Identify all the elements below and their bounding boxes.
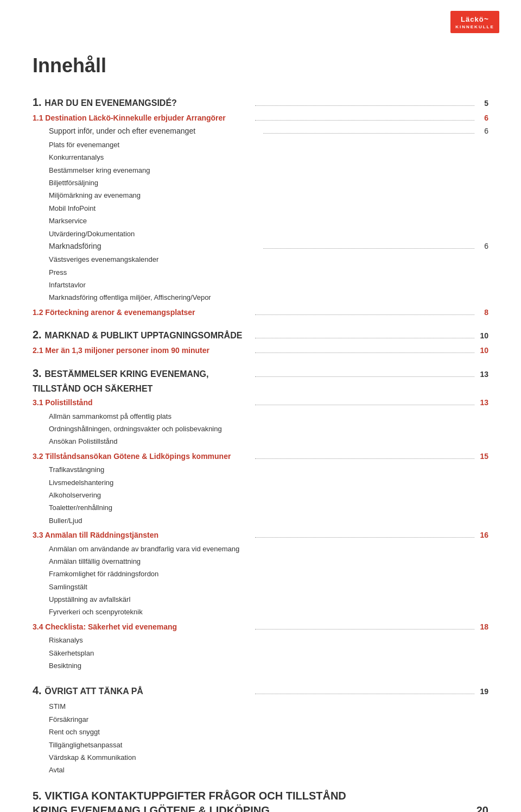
list-item: Försäkringar bbox=[49, 713, 488, 726]
toc-container: 1. HAR DU EN EVENEMANGSIDÉ? 5 1.1 Destin… bbox=[33, 93, 488, 812]
toc-section-1-1: 1.1 Destination Läckö-Kinnekulle erbjude… bbox=[33, 112, 488, 124]
toc-section-2: 2. MARKNAD & PUBLIKT UPPTAGNINGSOMRÅDE 1… bbox=[33, 326, 488, 343]
list-item: Värdskap & Kommunikation bbox=[49, 751, 488, 764]
list-item: Säkerhetsplan bbox=[49, 647, 488, 659]
toc-sub-list-3-2: Trafikavstängning Livsmedelshantering Al… bbox=[49, 463, 488, 527]
list-item: STIM bbox=[49, 700, 488, 713]
page-title: Innehåll bbox=[33, 54, 488, 77]
list-item: Plats för evenemanget bbox=[49, 139, 488, 151]
toc-marknadsforing: Marknadsföring 6 bbox=[49, 240, 488, 252]
toc-section-3-3: 3.3 Anmälan till Räddningstjänsten 16 bbox=[33, 529, 488, 541]
list-item: Toaletter/renhållning bbox=[49, 501, 488, 514]
toc-section-1-2: 1.2 Förteckning arenor & evenemangsplats… bbox=[33, 306, 488, 318]
list-item: Tillgänglighetsanpassat bbox=[49, 739, 488, 751]
list-item: Utvärdering/Dokumentation bbox=[49, 228, 488, 240]
list-item: Ansökan Polistillstånd bbox=[49, 435, 488, 448]
list-item: Marknadsföring offentliga miljöer, Affis… bbox=[49, 291, 488, 304]
list-item: Alkoholservering bbox=[49, 489, 488, 501]
section-5-page: 20 bbox=[476, 803, 488, 812]
toc-sub-list-2: Västsveriges evenemangskalender Press In… bbox=[49, 253, 488, 304]
list-item: Anmälan om användande av brandfarlig var… bbox=[49, 543, 488, 555]
toc-section-4: 4. ÖVRIGT ATT TÄNKA PÅ 19 bbox=[33, 682, 488, 699]
list-item: Riskanalys bbox=[49, 634, 488, 646]
toc-section-5: 5. VIKTIGA KONTAKTUPPGIFTER FRÅGOR OCH T… bbox=[33, 789, 488, 812]
logo-top: Läckö~ bbox=[455, 14, 495, 24]
toc-support: Support inför, under och efter evenemang… bbox=[49, 125, 488, 137]
toc-section-3-1: 3.1 Polistillstånd 13 bbox=[33, 396, 488, 408]
list-item: Bestämmelser kring evenemang bbox=[49, 164, 488, 177]
toc-section-3-2: 3.2 Tillståndsansökan Götene & Lidköping… bbox=[33, 450, 488, 462]
logo-area: Läckö~ KINNEKULLE bbox=[450, 11, 499, 38]
list-item: Trafikavstängning bbox=[49, 463, 488, 476]
list-item: Infartstavlor bbox=[49, 279, 488, 291]
list-item: Rent och snyggt bbox=[49, 726, 488, 738]
list-item: Markservice bbox=[49, 215, 488, 227]
toc-sub-list-3-1: Allmän sammankomst på offentlig plats Or… bbox=[49, 410, 488, 448]
toc-sub-list-3-3: Anmälan om användande av brandfarlig var… bbox=[49, 543, 488, 619]
toc-section-1: 1. HAR DU EN EVENEMANGSIDÉ? 5 bbox=[33, 93, 488, 111]
list-item: Avtal bbox=[49, 764, 488, 776]
toc-section-3-4: 3.4 Checklista: Säkerhet vid evenemang 1… bbox=[33, 621, 488, 633]
list-item: Anmälan tillfällig övernattning bbox=[49, 555, 488, 568]
list-item: Livsmedelshantering bbox=[49, 476, 488, 489]
list-item: Press bbox=[49, 266, 488, 279]
list-item: Fyrverkeri och scenpyroteknik bbox=[49, 606, 488, 618]
section-5-number: 5. bbox=[33, 790, 45, 802]
list-item: Samlingstält bbox=[49, 581, 488, 593]
list-item: Ordningshållningen, ordningsvakter och p… bbox=[49, 423, 488, 435]
section-5-label-line2: KRING EVENEMANG I GÖTENE & LIDKÖPING bbox=[33, 803, 270, 812]
toc-sub-list-1: Plats för evenemanget Konkurrentanalys B… bbox=[49, 139, 488, 240]
toc-section-3: 3. BESTÄMMELSER KRING EVENEMANG, TILLSTÅ… bbox=[33, 364, 488, 396]
list-item: Allmän sammankomst på offentlig plats bbox=[49, 410, 488, 423]
toc-sub-list-3-4: Riskanalys Säkerhetsplan Besiktning bbox=[49, 634, 488, 672]
list-item: Biljettförsäljning bbox=[49, 177, 488, 189]
list-item: Västsveriges evenemangskalender bbox=[49, 253, 488, 266]
list-item: Uppställning av avfallskärl bbox=[49, 593, 488, 606]
toc-section-2-1: 2.1 Mer än 1,3 miljoner personer inom 90… bbox=[33, 344, 488, 356]
list-item: Besiktning bbox=[49, 659, 488, 672]
logo-bottom: KINNEKULLE bbox=[455, 24, 495, 30]
toc-sub-list-4: STIM Försäkringar Rent och snyggt Tillgä… bbox=[49, 700, 488, 776]
list-item: Konkurrentanalys bbox=[49, 151, 488, 163]
list-item: Mobil InfoPoint bbox=[49, 202, 488, 215]
list-item: Miljömärkning av evenemang bbox=[49, 189, 488, 202]
list-item: Buller/Ljud bbox=[49, 514, 488, 527]
section-5-label-line1: VIKTIGA KONTAKTUPPGIFTER FRÅGOR OCH TILL… bbox=[45, 790, 346, 802]
list-item: Framkomlighet för räddningsfordon bbox=[49, 568, 488, 580]
